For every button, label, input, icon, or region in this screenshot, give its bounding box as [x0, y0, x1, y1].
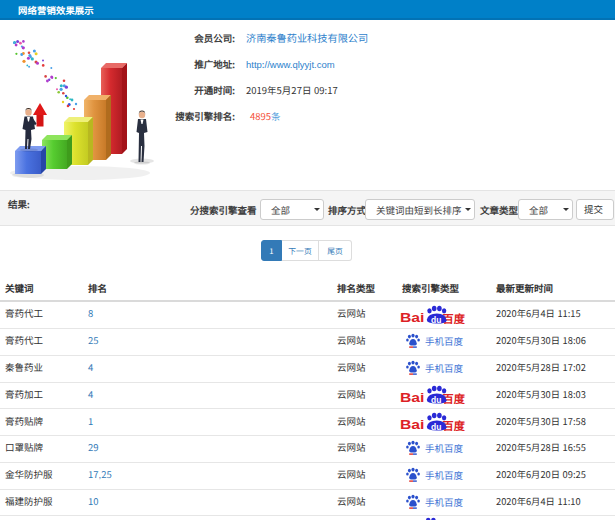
- svg-text:Bai: Bai: [400, 386, 425, 404]
- svg-text:Bai: Bai: [400, 413, 425, 431]
- svg-text:Bai: Bai: [400, 306, 425, 324]
- svg-text:du: du: [431, 313, 441, 325]
- svg-text:du: du: [431, 393, 441, 405]
- svg-text:du: du: [431, 420, 441, 432]
